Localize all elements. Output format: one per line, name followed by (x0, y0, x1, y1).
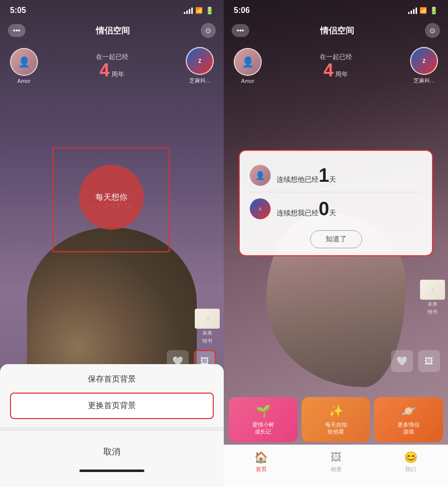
left-avatar-right: 👤 (234, 48, 262, 76)
time-left: 5:05 (10, 6, 26, 15)
popup-row1-count: 1 (319, 165, 329, 186)
popup-avatar-2: Z (250, 198, 271, 219)
right-username-left: 芝麻科... (189, 77, 210, 84)
future-letter-label2-right: 情书 (428, 309, 438, 316)
popup-text-2: 连续想我已经0天 (277, 199, 422, 218)
header-title-left: 情侣空间 (31, 25, 195, 36)
popup-avatar-1: 👤 (250, 165, 271, 186)
header-right: ••• 情侣空间 ⊙ (224, 19, 448, 42)
think-button[interactable]: 每天想你 (79, 165, 144, 230)
status-icons-left: 📶 🔋 (184, 6, 214, 14)
change-background-button[interactable]: 更换首页背景 (10, 393, 214, 419)
bottom-sheet: 保存首页背景 更换首页背景 取消 (0, 364, 224, 487)
nav-album[interactable]: 🖼 相册 (299, 449, 374, 473)
couple-center-right: 在一起已经 4 周年 (320, 52, 352, 79)
left-panel: "I LOVE U" 5:05 📶 🔋 ••• 情侣空间 ⊙ 👤 Amor (0, 0, 224, 487)
nav-us-label: 我们 (405, 466, 416, 473)
signal-icon-right (408, 7, 417, 14)
bottom-nav: 🏠 首页 🖼 相册 😊 我们 (224, 445, 448, 487)
years-unit-right: 周年 (335, 70, 348, 78)
time-right: 5:06 (234, 6, 250, 15)
future-letter-card-right: 📝 (420, 280, 445, 300)
years-number-right: 4 (324, 60, 334, 80)
header-left: ••• 情侣空间 ⊙ (0, 19, 224, 42)
feature-icon-2: ✨ (329, 404, 344, 418)
years-unit-left: 周年 (111, 70, 124, 78)
popup-row1-unit: 天 (329, 175, 336, 183)
popup-row-2: Z 连续想我已经0天 (250, 194, 422, 223)
signal-bar-4 (191, 7, 193, 14)
popup-avatar-img-2: Z (250, 198, 271, 219)
status-bar-right: 5:06 📶 🔋 (224, 0, 448, 19)
left-avatar-img-right: 👤 (235, 49, 261, 75)
signal-bar-r2 (411, 10, 412, 14)
right-user-col-left: Z 芝麻科... (186, 47, 214, 84)
future-letter-label1-left: 未来 (202, 330, 212, 337)
signal-bar-3 (189, 9, 190, 14)
header-title-right: 情侣空间 (255, 25, 419, 36)
nav-home-label: 首页 (256, 466, 267, 473)
nav-us-icon: 😊 (404, 451, 418, 464)
menu-button-left[interactable]: ••• (8, 24, 25, 37)
signal-bar-1 (184, 12, 185, 14)
popup-avatar-img-1: 👤 (250, 165, 271, 186)
think-stats-popup: 👤 连续想他已经1天 Z 连续想我已经0天 知道了 (239, 150, 433, 256)
left-avatar: 👤 (10, 48, 38, 76)
signal-bar-2 (186, 10, 188, 14)
feature-card-1[interactable]: 🌱 爱情小树 成长记 (229, 397, 298, 442)
couple-center-left: 在一起已经 4 周年 (96, 52, 128, 79)
feature-card-3[interactable]: 🪐 更多情侣 游戏 (374, 397, 443, 442)
signal-icon (184, 7, 193, 14)
nav-us[interactable]: 😊 我们 (373, 449, 448, 473)
right-panel: 5:06 📶 🔋 ••• 情侣空间 ⊙ 👤 Amor 在一起已经 (224, 0, 448, 487)
feature-label-1: 爱情小树 成长记 (252, 421, 274, 436)
wifi-icon: 📶 (195, 7, 203, 14)
nav-home-icon: 🏠 (254, 451, 268, 464)
battery-icon: 🔋 (205, 6, 214, 14)
popup-divider (250, 192, 422, 192)
status-bar-left: 5:05 📶 🔋 (0, 0, 224, 19)
future-letter-left[interactable]: 📝 未来 情书 (195, 309, 220, 345)
popup-row2-text: 连续想我已经 (277, 209, 319, 217)
nav-album-label: 相册 (331, 466, 342, 473)
photo-button-right[interactable]: 🖼 (418, 350, 440, 372)
popup-row2-unit: 天 (329, 209, 336, 217)
feature-icon-1: 🌱 (256, 404, 271, 418)
popup-text-1: 连续想他已经1天 (277, 166, 422, 185)
popup-row-1: 👤 连续想他已经1天 (250, 161, 422, 190)
popup-row1-text: 连续想他已经 (277, 175, 319, 183)
right-avatar-left: Z (186, 47, 214, 75)
right-user-col-right: Z 芝麻科... (410, 47, 438, 84)
signal-bar-r3 (413, 9, 415, 14)
action-buttons-right: 🤍 🖼 (391, 350, 440, 372)
battery-icon-right: 🔋 (430, 6, 438, 14)
couple-row-right: 👤 Amor 在一起已经 4 周年 Z 芝麻科... (224, 42, 448, 89)
together-years-left: 4 周年 (96, 61, 128, 79)
cancel-button[interactable]: 取消 (0, 439, 224, 465)
popup-confirm-button[interactable]: 知道了 (310, 230, 362, 248)
future-letter-label2-left: 情书 (202, 338, 212, 345)
years-number-left: 4 (99, 60, 109, 80)
home-indicator-left (79, 470, 144, 472)
left-user-col-right: 👤 Amor (234, 48, 262, 84)
camera-button-right[interactable]: ⊙ (425, 23, 440, 38)
menu-button-right[interactable]: ••• (232, 24, 249, 37)
left-username: Amor (17, 78, 30, 84)
signal-bar-r1 (408, 12, 410, 14)
future-letter-right[interactable]: 📝 未来 情书 (420, 280, 445, 316)
sheet-title: 保存首页背景 (0, 374, 224, 385)
signal-bar-r4 (416, 7, 417, 14)
nav-album-icon: 🖼 (331, 451, 342, 464)
heart-button-right[interactable]: 🤍 (391, 350, 413, 372)
right-avatar-img-left: Z (187, 48, 213, 74)
future-letter-card-left: 📝 (195, 309, 220, 329)
camera-button-left[interactable]: ⊙ (201, 23, 216, 38)
feature-label-3: 更多情侣 游戏 (398, 421, 420, 436)
together-years-right: 4 周年 (320, 61, 352, 79)
popup-row2-count: 0 (319, 198, 329, 219)
think-btn-container: 每天想你 (70, 172, 152, 222)
left-username-right: Amor (241, 78, 254, 84)
feature-card-2[interactable]: ✨ 每天自拍 给他看 (302, 397, 371, 442)
left-avatar-img: 👤 (11, 49, 37, 75)
nav-home[interactable]: 🏠 首页 (224, 449, 299, 473)
